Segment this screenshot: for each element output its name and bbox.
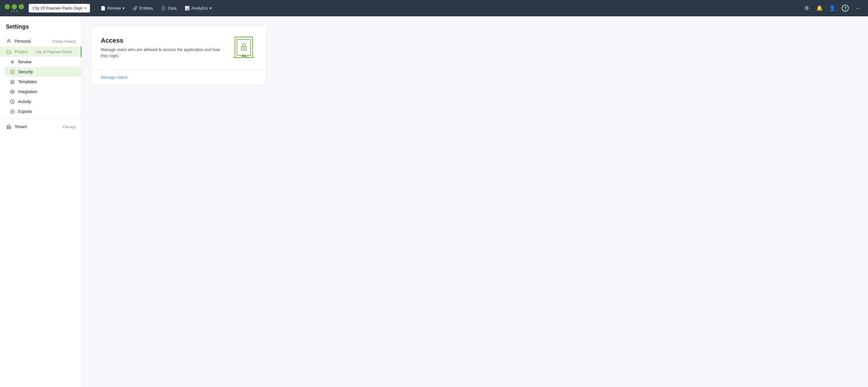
integration-sub-label: Integration [18,89,37,94]
main-layout: Settings Personal Theary Heang Project C… [0,16,868,387]
help-icon: ? [842,5,849,12]
user-avatar-icon: 👤 [829,5,836,11]
topbar-nav: 📄 Review ▾ 🔗 Entities 🗄️ Data 📊 Analytic… [97,4,215,12]
svg-point-0 [8,39,10,41]
project-label: Project [14,49,28,54]
sidebar-item-project[interactable]: Project City of Pawnee Parks... [0,46,82,57]
bell-icon: 🔔 [816,5,823,11]
review-chevron-icon: ▾ [122,6,124,10]
logo-circle-1 [5,4,10,9]
access-card: Access Manage users who are allowed to a… [91,26,267,85]
user-profile-button[interactable]: 👤 [827,3,838,13]
nav-item-review[interactable]: 📄 Review ▾ [97,4,128,12]
sidebar-item-personal[interactable]: Personal Theary Heang [0,36,82,46]
access-card-description: Manage users who are allowed to access t… [101,47,224,59]
templates-layers-icon [9,80,15,84]
gear-icon: ⚙ [804,5,809,11]
project-selector[interactable]: City Of Pawnee Parks Dept ▾ [29,4,90,12]
personal-label: Personal [14,39,31,43]
settings-title: Settings [0,23,82,36]
help-button[interactable]: ? [840,3,850,13]
review-gear-icon [9,60,15,64]
topbar: City Of Pawnee Parks Dept ▾ 📄 Review ▾ 🔗… [0,0,868,16]
project-selector-label: City Of Pawnee Parks Dept [32,6,82,10]
exports-icon [9,109,15,114]
analytics-chart-icon: 📊 [185,6,190,10]
nav-item-analytics[interactable]: 📊 Analytics ▾ [181,4,215,12]
nav-review-label: Review [107,6,121,10]
sidebar-item-templates[interactable]: Templates [5,77,82,87]
back-button[interactable]: ← [853,3,863,13]
tenant-label: Tenant [14,124,27,129]
project-selector-chevron: ▾ [85,6,86,10]
sidebar-divider [0,119,82,119]
sidebar-item-security[interactable]: Security [5,67,82,77]
access-card-illustration [230,34,257,62]
svg-point-1 [11,61,13,63]
project-sub-items: Review Security [0,57,82,116]
svg-rect-7 [241,46,246,50]
tenant-building-icon [6,124,12,129]
logo-circle-2 [12,4,17,9]
logo-stem-1 [12,10,12,12]
sidebar-item-review[interactable]: Review [5,57,82,67]
review-sub-label: Review [18,60,32,64]
settings-sidebar: Settings Personal Theary Heang Project C… [0,16,82,387]
logo-stem-2 [14,10,14,12]
exports-sub-label: Exports [18,109,32,114]
analytics-chevron-icon: ▾ [210,6,212,10]
security-sub-label: Security [18,69,33,74]
logo-stem-3 [17,10,17,12]
activity-sub-label: Activity [18,99,31,104]
access-card-title: Access [101,37,224,44]
personal-person-icon [6,39,12,43]
back-arrow-icon: ← [856,5,861,11]
data-db-icon: 🗄️ [161,6,166,10]
security-shield-icon [9,70,15,74]
settings-button[interactable]: ⚙ [801,3,812,13]
tenant-sublabel: Canopy [63,125,76,129]
logo-circle-3 [19,4,24,9]
access-card-text: Access Manage users who are allowed to a… [101,37,224,59]
sidebar-item-tenant[interactable]: Tenant Canopy [0,121,82,132]
svg-point-8 [243,47,245,49]
nav-item-entities[interactable]: 🔗 Entities [129,4,156,12]
notifications-button[interactable]: 🔔 [814,3,825,13]
sidebar-item-exports[interactable]: Exports [5,107,82,116]
manage-users-link[interactable]: Manage Users [101,75,127,80]
nav-data-label: Data [168,6,177,10]
project-sublabel: City of Pawnee Parks... [35,49,75,54]
activity-icon [9,100,15,104]
nav-entities-label: Entities [140,6,153,10]
sidebar-item-activity[interactable]: Activity [5,97,82,107]
sidebar-item-integration[interactable]: Integration [5,87,82,97]
app-logo [5,4,24,12]
integration-box-icon [9,90,15,94]
entities-link-icon: 🔗 [133,6,138,10]
access-card-bottom: Manage Users [91,70,266,85]
nav-item-data[interactable]: 🗄️ Data [157,4,180,12]
nav-analytics-label: Analytics [191,6,208,10]
settings-content: Access Manage users who are allowed to a… [82,16,868,387]
access-card-top: Access Manage users who are allowed to a… [91,26,266,70]
topbar-actions: ⚙ 🔔 👤 ? ← [801,3,863,13]
templates-sub-label: Templates [18,79,37,84]
personal-sublabel: Theary Heang [52,39,76,43]
project-folder-icon [6,49,12,54]
review-doc-icon: 📄 [100,6,105,10]
